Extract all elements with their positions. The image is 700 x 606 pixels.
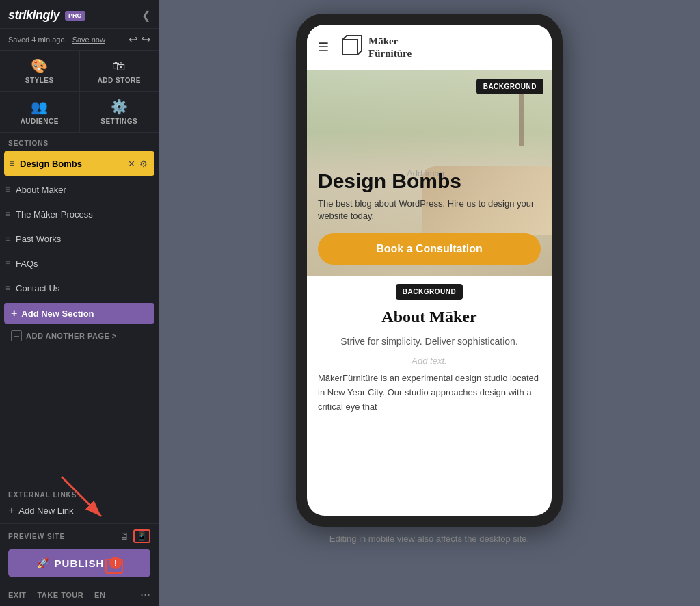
take-tour-button[interactable]: TAKE TOUR	[37, 591, 83, 599]
lamp-decoration	[519, 91, 524, 146]
section-settings-icon[interactable]: ⚙	[139, 159, 148, 169]
phone-screen: ☰ Māker Fürnitüre	[307, 25, 552, 516]
add-store-label: ADD STORE	[98, 77, 141, 84]
section-list: ≡ Design Bombs ✕ ⚙ ≡ About Māker ≡ The M…	[0, 150, 159, 487]
add-text-placeholder[interactable]: Add text.	[318, 356, 541, 366]
collapse-icon[interactable]: ❮	[142, 9, 150, 22]
tool-grid: 🎨 STYLES 🛍 ADD STORE 👥 AUDIENCE ⚙️ SETTI…	[0, 50, 159, 133]
add-section-label: Add New Section	[21, 308, 94, 319]
svg-rect-2	[342, 40, 358, 55]
hamburger-menu-icon[interactable]: ☰	[318, 40, 329, 55]
hero-background-button[interactable]: BACKGROUND	[476, 79, 543, 94]
save-row: Saved 4 min ago. Save now ↩ ↪	[0, 29, 159, 50]
about-body[interactable]: MākerFürnitüre is an experimental design…	[318, 371, 541, 414]
about-title[interactable]: About Māker	[318, 308, 541, 326]
sidebar: strikingly PRO ❮ Saved 4 min ago. Save n…	[0, 0, 159, 606]
publish-button[interactable]: 🚀 PUBLISH !	[8, 549, 150, 577]
mobile-preview-icon[interactable]: 📱	[133, 529, 150, 543]
brand-name: Māker Fürnitüre	[368, 35, 412, 60]
section-name: Past Works	[16, 234, 152, 244]
styles-icon: 🎨	[31, 57, 48, 74]
section-item-faqs[interactable]: ≡ FAQs	[0, 251, 159, 276]
bottom-nav: EXIT TAKE TOUR EN ···	[0, 583, 159, 606]
plus-icon: +	[11, 307, 17, 319]
pro-badge: PRO	[65, 11, 85, 21]
settings-icon: ⚙️	[111, 98, 128, 115]
section-item-design-bombs[interactable]: ≡ Design Bombs ✕ ⚙	[4, 151, 154, 176]
section-close-icon[interactable]: ✕	[128, 159, 135, 169]
more-options-icon[interactable]: ···	[140, 588, 150, 602]
audience-tool[interactable]: 👥 AUDIENCE	[0, 92, 79, 132]
brand-icon	[337, 34, 363, 60]
about-background-button[interactable]: BACKGROUND	[396, 284, 463, 300]
logo-area: strikingly PRO	[8, 8, 85, 23]
hero-title[interactable]: Design Bombs	[318, 170, 541, 192]
desktop-preview-icon[interactable]: 🖥	[120, 531, 129, 542]
add-link-label: Add New Link	[18, 505, 73, 516]
drag-handle: ≡	[5, 185, 10, 194]
external-links-section: EXTERNAL LINKS + Add New Link	[0, 487, 159, 523]
section-name: About Māker	[16, 185, 152, 195]
undo-redo-controls: ↩ ↪	[129, 33, 150, 46]
settings-tool[interactable]: ⚙️ SETTINGS	[80, 92, 159, 132]
add-new-section-button[interactable]: + Add New Section	[4, 303, 154, 324]
audience-icon: 👥	[31, 98, 48, 115]
section-actions: ✕ ⚙	[128, 159, 148, 169]
section-name: The Māker Process	[16, 209, 152, 220]
preview-row: PREVIEW SITE 🖥 📱	[8, 529, 150, 543]
phone-navbar: ☰ Māker Fürnitüre	[307, 25, 552, 70]
undo-icon[interactable]: ↩	[129, 33, 137, 46]
sidebar-bottom: PREVIEW SITE 🖥 📱 🚀 PUBLISH !	[0, 523, 159, 583]
preview-icons: 🖥 📱	[120, 529, 150, 543]
mobile-editing-note: Editing in mobile view also affects the …	[329, 533, 529, 544]
language-button[interactable]: EN	[94, 591, 105, 599]
preview-label: PREVIEW SITE	[8, 533, 114, 540]
add-store-tool[interactable]: 🛍 ADD STORE	[80, 51, 159, 91]
styles-tool[interactable]: 🎨 STYLES	[0, 51, 79, 91]
sidebar-header: strikingly PRO ❮	[0, 0, 159, 29]
brand-logo: Māker Fürnitüre	[337, 34, 412, 60]
main-content: ☰ Māker Fürnitüre	[159, 0, 700, 606]
redo-icon[interactable]: ↪	[142, 33, 150, 46]
rocket-icon: 🚀	[37, 557, 49, 568]
exit-button[interactable]: EXIT	[8, 591, 26, 599]
phone-mockup: ☰ Māker Fürnitüre	[296, 14, 563, 527]
store-icon: 🛍	[112, 58, 126, 74]
section-item-about-maker[interactable]: ≡ About Māker	[0, 177, 159, 202]
drag-handle: ≡	[5, 283, 10, 293]
audience-label: AUDIENCE	[21, 118, 59, 125]
about-tagline[interactable]: Strive for simplicity. Deliver sophistic…	[318, 334, 541, 349]
add-another-page-label: ADD ANOTHER PAGE >	[26, 332, 117, 340]
logo-text: strikingly	[8, 8, 59, 23]
brand-line1: Māker	[368, 35, 412, 47]
warning-icon: !	[109, 557, 122, 569]
cta-button[interactable]: Book a Consultation	[318, 233, 541, 265]
hero-content: Design Bombs The best blog about WordPre…	[307, 159, 552, 276]
section-item-past-works[interactable]: ≡ Past Works	[0, 226, 159, 251]
drag-handle: ≡	[5, 209, 10, 219]
hero-subtitle[interactable]: The best blog about WordPress. Hire us t…	[318, 198, 541, 222]
drag-handle: ≡	[5, 234, 10, 243]
section-name: Contact Us	[16, 283, 152, 293]
save-now-link[interactable]: Save now	[72, 36, 105, 44]
brand-line2: Fürnitüre	[368, 47, 412, 60]
about-section[interactable]: BACKGROUND About Māker Strive for simpli…	[307, 284, 552, 425]
add-another-page-button[interactable]: ADD ANOTHER PAGE >	[4, 326, 154, 345]
add-link-plus-icon: +	[8, 504, 14, 516]
drag-handle: ≡	[10, 159, 14, 168]
section-item-contact-us[interactable]: ≡ Contact Us	[0, 276, 159, 300]
hero-section[interactable]: BACKGROUND Add imag... Design Bombs The …	[307, 70, 552, 276]
external-links-label: EXTERNAL LINKS	[8, 491, 150, 499]
styles-label: STYLES	[25, 77, 54, 84]
drag-handle: ≡	[5, 259, 10, 268]
save-status: Saved 4 min ago.	[8, 36, 67, 44]
settings-label: SETTINGS	[100, 118, 137, 125]
section-name: FAQs	[16, 259, 152, 269]
section-item-maker-process[interactable]: ≡ The Māker Process	[0, 202, 159, 226]
add-new-link-button[interactable]: + Add New Link	[8, 501, 150, 519]
sections-label: SECTIONS	[0, 133, 159, 150]
page-icon	[11, 330, 22, 341]
publish-label: PUBLISH	[55, 557, 105, 569]
section-name: Design Bombs	[20, 159, 128, 169]
